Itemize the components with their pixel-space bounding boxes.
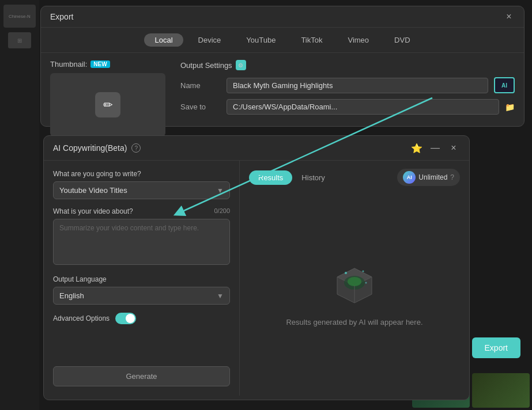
export-close-button[interactable]: × — [503, 11, 515, 22]
sidebar-thumb-1[interactable]: Chinese-N — [3, 5, 36, 28]
export-tabs: Local Device YouTube TikTok Vimeo DVD — [41, 28, 524, 53]
ai-button[interactable]: AI — [494, 77, 515, 93]
ai-body: What are you going to write? Youtube Vid… — [44, 161, 469, 396]
save-to-row: Save to 📁 — [180, 99, 515, 115]
ai-titlebar: AI Copywriting(Beta) ? ⭐ — × — [44, 136, 469, 161]
name-row: Name AI — [180, 77, 515, 93]
thumbnail-box: ✏ — [50, 73, 165, 136]
ai-help-icon[interactable]: ? — [131, 143, 141, 153]
settings-icon: ⚙ — [236, 60, 246, 70]
ai-close-button[interactable]: × — [447, 142, 460, 154]
export-titlebar: Export × — [41, 6, 524, 28]
language-dropdown[interactable]: English ▼ — [53, 287, 230, 305]
language-value: English — [59, 291, 84, 300]
unlimited-help-icon[interactable]: ? — [450, 173, 454, 181]
ai-badge-icon: AI — [403, 171, 416, 184]
export-body: Thumbnail: NEW ✏ Output Settings ⚙ Name … — [41, 53, 524, 143]
name-input[interactable] — [227, 78, 488, 93]
unlimited-text: Unlimited — [418, 173, 447, 181]
save-to-input[interactable] — [227, 99, 499, 115]
output-settings-section: Output Settings ⚙ Name AI Save to 📁 — [180, 60, 515, 136]
star-button[interactable]: ⭐ — [410, 142, 423, 154]
thumbnail-label: Thumbnail: NEW — [50, 60, 171, 69]
ai-dialog-title: AI Copywriting(Beta) — [53, 143, 127, 153]
advanced-options-label: Advanced Options — [53, 314, 110, 322]
save-to-label: Save to — [180, 102, 221, 111]
tab-results[interactable]: Results — [249, 170, 292, 185]
tab-dvd[interactable]: DVD — [384, 33, 420, 47]
minimize-button[interactable]: — — [429, 142, 442, 154]
empty-box-icon — [329, 257, 380, 309]
ai-right-panel: Results History AI Unlimited ? — [240, 161, 469, 396]
write-type-dropdown[interactable]: Youtube Video Titles ▼ — [53, 181, 230, 199]
tab-history[interactable]: History — [292, 170, 334, 185]
unlimited-badge: AI Unlimited ? — [397, 169, 460, 186]
svg-point-3 — [348, 277, 361, 286]
language-arrow: ▼ — [217, 292, 224, 300]
tab-local[interactable]: Local — [144, 33, 183, 47]
video-about-section: What is your video about? 0/200 — [53, 207, 230, 267]
what-write-label: What are you going to write? — [53, 170, 230, 178]
export-title: Export — [50, 12, 73, 21]
dropdown-arrow: ▼ — [217, 187, 224, 195]
output-language-label: Output Language — [53, 275, 230, 283]
export-button[interactable]: Export — [472, 337, 520, 358]
video-about-label: What is your video about? 0/200 — [53, 207, 230, 215]
new-badge: NEW — [90, 60, 110, 68]
titlebar-controls: ⭐ — × — [410, 142, 460, 154]
thumbnail-text: Thumbnail: — [50, 60, 87, 69]
svg-point-5 — [363, 270, 364, 272]
results-tabs: Results History — [249, 170, 334, 185]
bottom-thumb-2[interactable] — [472, 373, 530, 408]
folder-icon[interactable]: 📁 — [505, 102, 515, 112]
svg-point-6 — [365, 282, 367, 283]
export-window: Export × Local Device YouTube TikTok Vim… — [40, 6, 525, 127]
char-count: 0/200 — [214, 207, 230, 214]
output-settings-label: Output Settings — [180, 61, 232, 70]
ai-dialog: AI Copywriting(Beta) ? ⭐ — × What are yo… — [43, 135, 470, 400]
tab-tiktok[interactable]: TikTok — [290, 33, 333, 47]
output-language-section: Output Language English ▼ — [53, 275, 230, 305]
name-label: Name — [180, 81, 221, 90]
thumbnail-edit-icon[interactable]: ✏ — [95, 92, 120, 117]
advanced-toggle[interactable] — [115, 313, 136, 324]
video-about-textarea[interactable] — [53, 219, 230, 265]
generate-button[interactable]: Generate — [53, 366, 230, 386]
results-placeholder: Results generated by AI will appear here… — [249, 195, 460, 388]
ai-title-left: AI Copywriting(Beta) ? — [53, 143, 141, 153]
tab-vimeo[interactable]: Vimeo — [337, 33, 379, 47]
sidebar-left: Chinese-N ⊞ — [0, 0, 39, 410]
ai-left-panel: What are you going to write? Youtube Vid… — [44, 161, 240, 396]
svg-point-4 — [345, 272, 347, 274]
what-write-section: What are you going to write? Youtube Vid… — [53, 170, 230, 199]
tab-device[interactable]: Device — [188, 33, 232, 47]
output-settings-header: Output Settings ⚙ — [180, 60, 515, 70]
sidebar-icon[interactable]: ⊞ — [8, 32, 31, 48]
thumbnail-section: Thumbnail: NEW ✏ — [50, 60, 171, 136]
results-placeholder-text: Results generated by AI will appear here… — [286, 318, 422, 327]
results-header: Results History AI Unlimited ? — [249, 169, 460, 186]
dropdown-value: Youtube Video Titles — [59, 186, 127, 195]
advanced-options-row: Advanced Options — [53, 313, 230, 324]
tab-youtube[interactable]: YouTube — [236, 33, 286, 47]
